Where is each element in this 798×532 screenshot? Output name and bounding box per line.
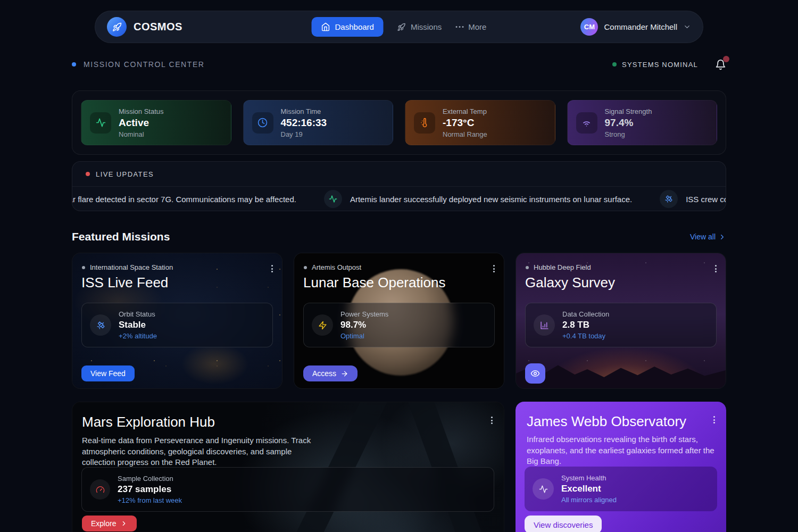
mission-card-galaxy: Hubble Deep Field Galaxy Survey Data Col… xyxy=(516,253,726,389)
mission-card-webb: James Webb Observatory Infrared observat… xyxy=(516,402,726,532)
ticker-text: Artemis lander successfully deployed new… xyxy=(350,195,632,204)
view-all-label: View all xyxy=(690,232,716,241)
mission-title: Galaxy Survey xyxy=(525,275,615,291)
arrow-right-icon xyxy=(340,370,348,378)
nav-dashboard-label: Dashboard xyxy=(335,22,374,31)
bottom-row: Mars Exploration Hub Real-time data from… xyxy=(72,402,726,532)
ticker-item: Artemis lander successfully deployed new… xyxy=(324,190,632,208)
view-all-link[interactable]: View all xyxy=(690,232,726,241)
stat-label: External Temp xyxy=(443,107,487,115)
system-status-label: SYSTEMS NOMINAL xyxy=(622,61,698,69)
system-status: SYSTEMS NOMINAL xyxy=(612,59,726,70)
nav-dashboard[interactable]: Dashboard xyxy=(312,17,384,37)
mission-stat-panel: Sample Collection 237 samples +12% from … xyxy=(81,467,494,512)
home-icon xyxy=(321,22,330,31)
satellite-icon xyxy=(660,190,678,208)
live-updates-header: LIVE UPDATES xyxy=(72,162,726,187)
view-observations-button[interactable] xyxy=(525,363,545,384)
brand-name: COSMOS xyxy=(134,21,182,33)
stat-sub: +12% from last week xyxy=(118,496,182,504)
stat-sub: +2% altitude xyxy=(119,332,157,340)
mission-title: ISS Live Feed xyxy=(81,275,168,291)
ticker-item: ISS crew completes critical EVA xyxy=(660,190,726,208)
live-dot-icon xyxy=(86,172,90,176)
thermometer-icon xyxy=(414,112,435,134)
bar-chart-icon xyxy=(534,314,555,336)
explore-button[interactable]: Explore xyxy=(82,516,137,531)
view-discoveries-button[interactable]: View discoveries xyxy=(525,516,602,532)
stat-label: Orbit Status xyxy=(119,310,157,318)
status-row: MISSION CONTROL CENTER SYSTEMS NOMINAL xyxy=(72,57,726,71)
stat-value: 237 samples xyxy=(118,484,182,495)
chevron-right-icon xyxy=(120,520,128,527)
stat-label: Signal Strength xyxy=(605,107,652,115)
stat-label: Sample Collection xyxy=(118,475,182,483)
rocket-logo-icon xyxy=(107,17,127,37)
section-title: Featured Missions xyxy=(72,230,170,243)
featured-missions-header: Featured Missions View all xyxy=(72,229,726,245)
stat-label: Data Collection xyxy=(562,310,609,318)
stat-mission-status: Mission Status Active Nominal xyxy=(81,100,231,145)
stat-value: 452:16:33 xyxy=(281,117,327,129)
mission-title: Lunar Base Operations xyxy=(303,275,445,291)
eye-icon xyxy=(530,369,540,378)
chevron-down-icon xyxy=(683,23,691,31)
stat-value: Active xyxy=(119,117,164,129)
user-name: Commander Mitchell xyxy=(604,22,677,31)
mission-stat-panel: Orbit Status Stable +2% altitude xyxy=(81,303,273,347)
access-label: Access xyxy=(312,369,336,378)
kebab-menu-icon[interactable] xyxy=(712,414,717,425)
ticker-item: Solar flare detected in sector 7G. Commu… xyxy=(72,190,296,208)
gauge-icon xyxy=(90,479,110,500)
user-menu[interactable]: CM Commander Mitchell xyxy=(580,18,691,36)
wifi-icon xyxy=(576,112,597,134)
stat-external-temp: External Temp -173°C Normal Range xyxy=(405,100,555,145)
clock-icon xyxy=(252,112,273,134)
stat-value: 98.7% xyxy=(340,320,388,330)
stat-label: Power Systems xyxy=(340,310,388,318)
kebab-menu-icon[interactable] xyxy=(492,263,496,274)
mission-card-lunar: Artemis Outpost Lunar Base Operations Po… xyxy=(294,253,504,389)
stat-label: Mission Status xyxy=(119,107,164,115)
explore-label: Explore xyxy=(91,519,116,528)
stat-signal-strength: Signal Strength 97.4% Strong xyxy=(567,100,718,145)
ticker-text: Solar flare detected in sector 7G. Commu… xyxy=(72,195,296,204)
stat-mission-time: Mission Time 452:16:33 Day 19 xyxy=(243,100,394,145)
mission-title: James Webb Observatory xyxy=(527,413,686,430)
kebab-menu-icon[interactable] xyxy=(713,263,718,274)
nav-more[interactable]: More xyxy=(455,22,486,31)
zap-icon xyxy=(312,314,333,336)
satellite-icon xyxy=(90,314,111,336)
chevron-right-icon xyxy=(718,233,726,241)
stat-sub: Day 19 xyxy=(281,130,327,138)
stat-sub: All mirrors aligned xyxy=(561,496,617,504)
mission-title: Mars Exploration Hub xyxy=(82,414,215,430)
kebab-menu-icon[interactable] xyxy=(489,415,494,426)
blue-dot-icon xyxy=(72,62,76,66)
activity-icon xyxy=(324,190,342,208)
nav-missions[interactable]: Missions xyxy=(397,22,442,31)
kebab-menu-icon[interactable] xyxy=(270,263,275,274)
mission-stat-panel: System Health Excellent All mirrors alig… xyxy=(525,467,717,511)
stat-value: 97.4% xyxy=(605,117,652,129)
stat-sub: Strong xyxy=(605,130,652,138)
mission-tag: International Space Station xyxy=(82,263,173,271)
mission-tag: Hubble Deep Field xyxy=(526,263,591,271)
nav-more-label: More xyxy=(468,22,486,31)
notification-badge xyxy=(723,56,729,62)
notifications-button[interactable] xyxy=(715,59,726,70)
stats-panel: Mission Status Active Nominal Mission Ti… xyxy=(72,90,726,155)
access-button[interactable]: Access xyxy=(303,365,358,381)
mission-description: Infrared observations revealing the birt… xyxy=(527,434,716,467)
featured-missions-row: International Space Station ISS Live Fee… xyxy=(72,253,726,389)
view-feed-button[interactable]: View Feed xyxy=(81,365,135,381)
activity-icon xyxy=(90,112,111,134)
stat-value: Stable xyxy=(119,320,157,330)
news-ticker: Solar flare detected in sector 7G. Commu… xyxy=(72,187,684,211)
live-updates-title: LIVE UPDATES xyxy=(96,170,154,178)
stat-label: Mission Time xyxy=(281,107,327,115)
top-nav: COSMOS Dashboard Missions More CM Comman… xyxy=(95,11,703,43)
stat-value: Excellent xyxy=(561,484,617,494)
page-title: MISSION CONTROL CENTER xyxy=(84,60,205,69)
mission-tag: Artemis Outpost xyxy=(304,263,361,271)
